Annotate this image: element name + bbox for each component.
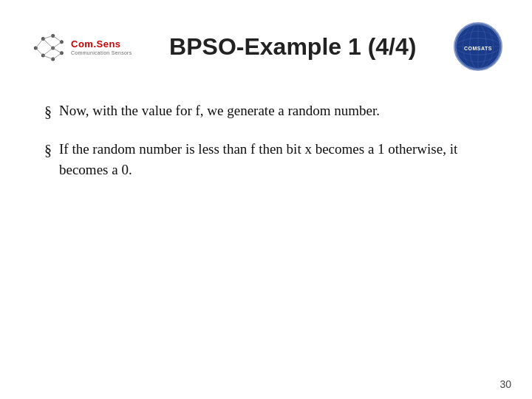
slide: Com.Sens Communication Sensors BPSO-Exam… [0,0,532,399]
svg-line-8 [35,39,43,49]
bullet-item-1: § Now, with the value for f, we generate… [44,100,488,123]
page-number: 30 [499,378,511,390]
content-area: § Now, with the value for f, we generate… [30,93,502,180]
svg-text:COMSATS: COMSATS [464,46,492,51]
svg-line-12 [43,48,52,55]
svg-line-16 [53,48,62,53]
svg-line-10 [43,35,52,38]
bullet-symbol-1: § [44,101,52,123]
comsens-brand: Com.Sens Communication Sensors [71,38,132,55]
bullet-symbol-2: § [44,140,52,161]
svg-line-15 [53,42,62,48]
comsens-logo-area: Com.Sens Communication Sensors [30,28,132,65]
slide-title: BPSO-Example 1 (4/4) [147,33,439,61]
network-icon [30,28,66,65]
comsats-logo: COMSATS [454,22,502,71]
bullet-text-2: If the random number is less than f then… [59,139,488,180]
svg-line-17 [53,53,62,59]
svg-line-9 [35,48,43,55]
bullet-item-2: § If the random number is less than f th… [44,139,488,180]
svg-line-14 [53,35,62,41]
svg-line-11 [43,39,52,49]
header: Com.Sens Communication Sensors BPSO-Exam… [30,15,502,71]
comsats-globe-icon: COMSATS [455,22,501,71]
comsens-logo: Com.Sens Communication Sensors [30,28,132,65]
bullet-text-1: Now, with the value for f, we generate a… [59,100,488,121]
svg-line-13 [43,55,52,59]
